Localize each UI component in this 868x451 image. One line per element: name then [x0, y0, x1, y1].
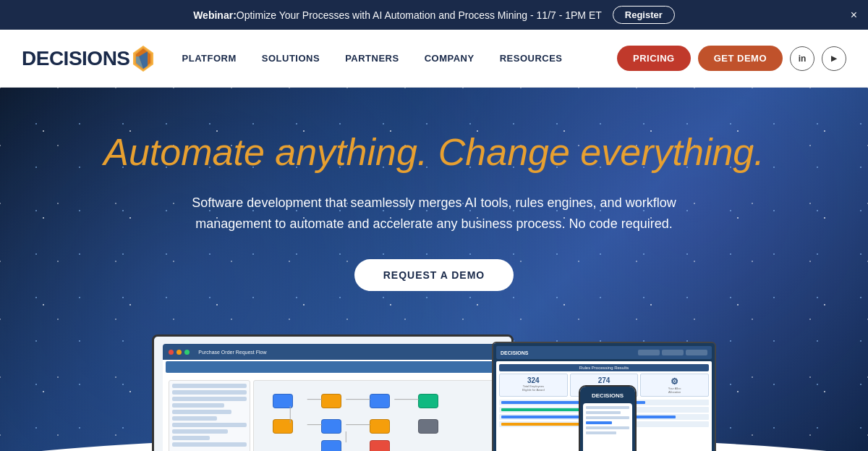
- phone-line-2: [586, 411, 621, 414]
- hero-subtitle: Software development that seamlessly mer…: [163, 193, 705, 235]
- announcement-bar: Webinar: Optimize Your Processes with AI…: [0, 0, 868, 30]
- workflow-main: [253, 380, 497, 451]
- sidebar-item-3: [172, 397, 246, 401]
- sidebar-item-9: [172, 436, 209, 440]
- hero-devices: Purchase Order Request Flow: [152, 320, 716, 451]
- tablet-nav-2: [662, 350, 684, 355]
- phone-line-3: [586, 416, 629, 419]
- tablet-card-2-num: 274: [573, 376, 636, 384]
- sidebar-item-8: [172, 429, 228, 434]
- logo-text: DECISIONS: [22, 47, 130, 70]
- tablet-card-1: 324 Total EmployeesEligible for Award: [499, 374, 568, 397]
- header-actions: PRICING GET DEMO in ▶: [617, 46, 846, 71]
- workflow-toolbar: [166, 361, 499, 373]
- hero-cta-button[interactable]: REQUEST A DEMO: [354, 259, 514, 291]
- phone-line-4: [586, 421, 612, 424]
- flow-node-3: [370, 394, 390, 408]
- sidebar-item-2: [172, 390, 246, 395]
- tablet-nav-1: [638, 350, 660, 355]
- tablet-card-3-icon: ⚙: [643, 376, 706, 387]
- sidebar-item-7: [172, 423, 246, 427]
- header: DECISIONS PLATFORM SOLUTIONS PARTNERS CO…: [0, 30, 868, 88]
- workflow-header: Purchase Order Request Flow: [163, 344, 502, 360]
- tablet-nav-3: [686, 350, 707, 355]
- tablet-card-3-label: Your AllocAllocation: [643, 387, 706, 394]
- register-button[interactable]: Register: [613, 6, 675, 24]
- phone-content: [583, 403, 632, 451]
- flow-node-10: [370, 440, 390, 451]
- sidebar-item-4: [172, 403, 224, 408]
- phone-line-5: [586, 426, 629, 429]
- hero-section: Automate anything. Change everything. So…: [0, 88, 868, 451]
- flow-node-6: [321, 419, 341, 434]
- tablet-logo: DECISIONS: [501, 350, 529, 355]
- dot-yellow: [176, 350, 182, 355]
- nav-item-company[interactable]: COMPANY: [425, 53, 475, 64]
- laptop-screen: Purchase Order Request Flow: [154, 337, 511, 451]
- main-nav: PLATFORM SOLUTIONS PARTNERS COMPANY RESO…: [182, 53, 617, 64]
- announcement-text: Optimize Your Processes with AI Automati…: [237, 9, 602, 21]
- flow-node-4: [418, 394, 438, 408]
- flow-node-9: [321, 440, 341, 451]
- pricing-button[interactable]: PRICING: [617, 46, 691, 71]
- phone-screen: DECISIONS: [580, 387, 635, 451]
- flow-node-1: [273, 394, 293, 408]
- tablet-row-bar-4: [501, 423, 584, 426]
- nav-item-resources[interactable]: RESOURCES: [500, 53, 563, 64]
- tablet-header: DECISIONS: [496, 346, 712, 359]
- workflow-canvas: [163, 374, 502, 451]
- sidebar-item-1: [172, 384, 246, 388]
- flow-node-5: [273, 419, 293, 434]
- announcement-bold: Webinar:: [193, 9, 237, 21]
- tablet-card-1-num: 324: [502, 376, 565, 384]
- nav-item-platform[interactable]: PLATFORM: [182, 53, 237, 64]
- phone-line-6: [586, 431, 616, 434]
- hero-title: Automate anything. Change everything.: [103, 131, 764, 174]
- phone-logo: DECISIONS: [592, 392, 624, 399]
- workflow-title: Purchase Order Request Flow: [198, 350, 266, 355]
- dot-green: [184, 350, 190, 355]
- nav-item-partners[interactable]: PARTNERS: [345, 53, 399, 64]
- device-phone: DECISIONS: [579, 385, 637, 451]
- youtube-icon[interactable]: ▶: [822, 46, 846, 71]
- linkedin-icon[interactable]: in: [790, 46, 814, 71]
- tablet-card-1-label: Total EmployeesEligible for Award: [502, 384, 565, 392]
- logo-icon: [133, 46, 153, 72]
- tablet-card-3: ⚙ Your AllocAllocation: [640, 374, 709, 397]
- sidebar-item-6: [172, 416, 216, 421]
- tablet-section-title: Rules Processing Results: [499, 364, 709, 371]
- device-laptop: Purchase Order Request Flow: [152, 334, 514, 451]
- close-announcement-button[interactable]: ×: [851, 9, 857, 21]
- nav-item-solutions[interactable]: SOLUTIONS: [262, 53, 320, 64]
- dot-red: [169, 350, 174, 355]
- flow-node-2: [321, 394, 341, 408]
- sidebar-item-10: [172, 442, 246, 447]
- laptop-inner: Purchase Order Request Flow: [163, 344, 502, 451]
- flow-node-8: [418, 419, 438, 434]
- get-demo-button[interactable]: GET DEMO: [698, 46, 783, 71]
- workflow-sidebar: [169, 380, 250, 451]
- sidebar-item-5: [172, 410, 231, 414]
- phone-line-1: [586, 406, 629, 409]
- flow-node-7: [370, 419, 390, 434]
- logo[interactable]: DECISIONS: [22, 46, 153, 72]
- tablet-nav: [638, 350, 707, 355]
